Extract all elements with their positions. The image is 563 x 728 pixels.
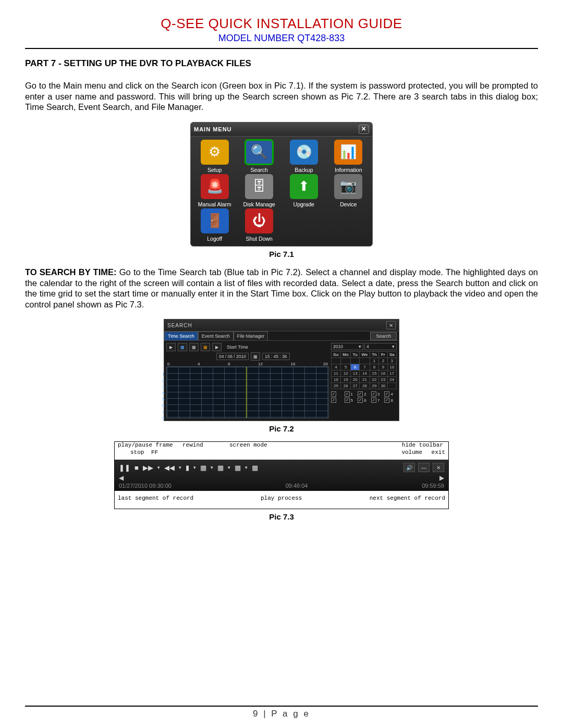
screenmode2-icon[interactable]: ▦ (217, 464, 224, 472)
control-annotations-bottom: last segment of record play process next… (115, 491, 448, 509)
channel-7[interactable]: ✓7 (371, 398, 384, 403)
playback-current-time: 09:48:04 (286, 483, 308, 489)
screenmode1-icon[interactable]: ▦ (200, 464, 206, 472)
main-menu-title: MAIN MENU (194, 126, 232, 132)
footer-rule (25, 706, 538, 707)
channel-8[interactable]: ✓8 (384, 398, 397, 403)
caption-7-3: Pic 7.3 (25, 512, 538, 521)
menu-item-manual-alarm[interactable]: 🚨Manual Alarm (193, 174, 237, 207)
logoff-icon: 🚪 (201, 208, 229, 233)
calendar-icon[interactable]: ▦ (251, 352, 260, 361)
shut-down-icon: ⏻ (245, 208, 273, 233)
menu-item-setup[interactable]: ⚙Setup (193, 140, 237, 173)
menu-item-disk-manage[interactable]: 🗄Disk Manage (238, 174, 282, 207)
playback-start-time: 01/27/2010 09:30:00 (119, 483, 172, 489)
pause-icon[interactable]: ❚❚ (119, 464, 130, 472)
upgrade-icon: ⬆ (290, 174, 318, 199)
frame-icon[interactable]: ▮ (186, 464, 189, 472)
model-number: MODEL NUMBER QT428-833 (25, 33, 538, 44)
menu-item-search[interactable]: 🔍Search (238, 140, 282, 173)
ff-icon[interactable]: ▶▶ (143, 464, 153, 472)
section-heading: PART 7 - SETTING UP THE DVR TO PLAYBACK … (25, 58, 538, 69)
tab-file-manager[interactable]: File Manager (234, 331, 268, 340)
channel-checkboxes[interactable]: ✓✓1✓2✓3✓4✓✓5✓6✓7✓8 (331, 391, 397, 403)
ff-menu-icon[interactable]: ▾ (157, 465, 160, 470)
channel-2[interactable]: ✓2 (358, 391, 370, 397)
year-select[interactable]: 2010▾ (331, 343, 363, 350)
caption-7-2: Pic 7.2 (25, 424, 538, 433)
menu-item-label: Logoff (193, 236, 237, 242)
menu-item-label: Shut Down (238, 236, 282, 242)
layout2-icon[interactable]: ▦ (189, 343, 199, 351)
menu-item-label: Upgrade (282, 201, 326, 207)
exit-icon[interactable]: ✕ (433, 463, 444, 472)
channel-6[interactable]: ✓6 (358, 398, 370, 403)
calendar[interactable]: SuMoTuWeThFrSa 1234567891011121314151617… (331, 351, 397, 389)
layout3-icon[interactable]: ▦ (201, 343, 210, 351)
prev-segment-icon[interactable]: ◀ (119, 474, 124, 482)
close-icon[interactable]: ✕ (386, 321, 396, 329)
menu-item-upgrade[interactable]: ⬆Upgrade (282, 174, 326, 207)
next-icon[interactable]: ▶ (212, 343, 222, 351)
menu-item-label: Device (327, 201, 371, 207)
timeline-grid[interactable] (166, 366, 329, 418)
search-tabbar: Time Search Event Search File Manager Se… (164, 331, 399, 341)
frame-menu-icon[interactable]: ▾ (193, 465, 196, 470)
paragraph-time-search: TO SEARCH BY TIME: Go to the Time Search… (25, 267, 538, 310)
menu-item-label: Information (327, 167, 371, 173)
main-title: Q-SEE QUICK INSTALLATION GUIDE (25, 16, 538, 32)
next-segment-icon[interactable]: ▶ (439, 474, 444, 482)
document-header: Q-SEE QUICK INSTALLATION GUIDE MODEL NUM… (25, 16, 538, 44)
rewind-menu-icon[interactable]: ▾ (179, 465, 181, 470)
month-select[interactable]: 4▾ (364, 343, 397, 350)
menu-item-label: Search (238, 167, 282, 173)
hide-toolbar-icon[interactable]: — (418, 463, 430, 472)
manual-alarm-icon: 🚨 (201, 174, 229, 199)
menu-item-label: Disk Manage (238, 201, 282, 207)
menu-item-information[interactable]: 📊Information (327, 140, 371, 173)
timeline-hours: 048121620 (166, 362, 329, 366)
search-toolbar: ▶ ▦ ▦ ▦ ▶ Start Time (166, 343, 329, 351)
information-icon: 📊 (334, 140, 362, 165)
start-time-field[interactable]: 15 : 45 : 36 (262, 353, 290, 360)
menu-item-logoff[interactable]: 🚪Logoff (193, 208, 237, 242)
search-title: SEARCH (167, 323, 192, 328)
figure-control-panel: play/pause frame stop FF rewind screen m… (114, 441, 449, 509)
disk-manage-icon: 🗄 (245, 174, 273, 199)
menu-item-label: Manual Alarm (193, 201, 237, 207)
playback-control-bar: ❚❚ ■ ▶▶ ▾ ◀◀ ▾ ▮ ▾ ▦ ▾ ▦ ▾ ▦ ▾ ▦ 🔊 — ✕ (115, 460, 448, 491)
channel-4[interactable]: ✓4 (384, 391, 397, 397)
screenmode3-icon[interactable]: ▦ (235, 464, 241, 472)
figure-main-menu: MAIN MENU ✕ ⚙Setup🔍Search💿Backup📊Informa… (190, 122, 373, 246)
channel-3[interactable]: ✓3 (371, 391, 384, 397)
start-date-field[interactable]: 04 / 06 / 2010 (216, 353, 249, 360)
backup-icon: 💿 (290, 140, 318, 165)
menu-item-backup[interactable]: 💿Backup (282, 140, 326, 173)
screenmode4-icon[interactable]: ▦ (252, 464, 258, 472)
channel-5[interactable]: ✓5 (345, 398, 357, 403)
playback-end-time: 09:59:59 (422, 483, 444, 489)
start-time-label: Start Time (227, 344, 248, 350)
channel-select-all[interactable]: ✓ (331, 398, 344, 403)
search-titlebar: SEARCH ✕ (164, 319, 399, 331)
tab-event-search[interactable]: Event Search (198, 331, 234, 340)
menu-item-shut-down[interactable]: ⏻Shut Down (238, 208, 282, 242)
rewind-icon[interactable]: ◀◀ (164, 464, 175, 472)
caption-7-1: Pic 7.1 (25, 250, 538, 258)
play-icon[interactable]: ▶ (166, 343, 176, 351)
paragraph-lead: TO SEARCH BY TIME: (25, 267, 117, 277)
channel-select-all[interactable]: ✓ (331, 391, 344, 397)
setup-icon: ⚙ (201, 140, 229, 165)
search-button[interactable]: Search (370, 332, 397, 340)
figure-search: SEARCH ✕ Time Search Event Search File M… (164, 319, 399, 421)
device-icon: 📷 (334, 174, 362, 199)
close-icon[interactable]: ✕ (359, 125, 369, 134)
channel-1[interactable]: ✓1 (345, 391, 357, 397)
menu-item-device[interactable]: 📷Device (327, 174, 371, 207)
layout1-icon[interactable]: ▦ (178, 343, 187, 351)
volume-icon[interactable]: 🔊 (403, 463, 415, 472)
paragraph-intro: Go to the Main menu and click on the Sea… (25, 80, 538, 113)
tab-time-search[interactable]: Time Search (164, 331, 198, 340)
stop-icon[interactable]: ■ (134, 464, 139, 472)
main-menu-titlebar: MAIN MENU ✕ (191, 122, 372, 137)
